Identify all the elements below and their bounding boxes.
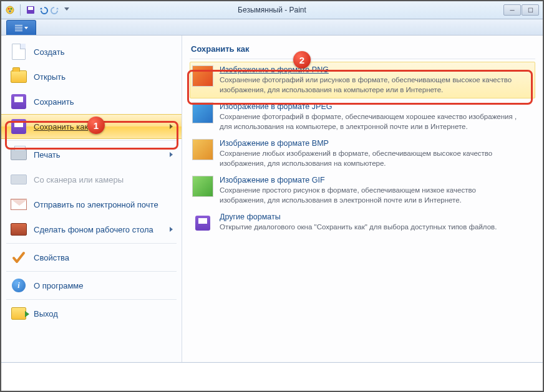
scanner-icon bbox=[10, 171, 27, 188]
menu-label: Выход bbox=[34, 309, 173, 318]
qat-redo-icon[interactable] bbox=[51, 5, 61, 15]
svg-point-0 bbox=[6, 6, 14, 14]
menu-open[interactable]: Открыть bbox=[1, 64, 182, 89]
save-as-icon bbox=[10, 118, 27, 135]
format-title: Изображение в формате GIF bbox=[220, 176, 519, 184]
menu-label: Сохранить bbox=[34, 97, 173, 107]
menu-label: Создать bbox=[34, 47, 173, 57]
gif-icon bbox=[192, 176, 213, 197]
format-desc: Сохранение любых изображений в формате, … bbox=[220, 149, 519, 168]
menu-properties[interactable]: Свойства bbox=[1, 245, 182, 270]
svg-point-2 bbox=[11, 8, 12, 10]
format-bmp[interactable]: Изображение в формате BMP Сохранение люб… bbox=[190, 135, 535, 172]
menu-print[interactable]: Печать bbox=[1, 142, 182, 167]
menu-label: Сделать фоном рабочего стола bbox=[34, 225, 170, 234]
other-formats-icon bbox=[192, 213, 213, 234]
format-other[interactable]: Другие форматы Открытие диалогового окна… bbox=[190, 209, 535, 237]
separator bbox=[6, 243, 177, 244]
file-menu-icon bbox=[15, 25, 22, 31]
png-icon bbox=[192, 65, 213, 87]
jpeg-icon bbox=[192, 102, 213, 123]
format-title: Изображение в формате JPEG bbox=[220, 102, 519, 111]
qat-save-icon[interactable] bbox=[26, 5, 36, 15]
chevron-down-icon bbox=[24, 27, 28, 29]
menu-about[interactable]: i О программе bbox=[1, 273, 182, 298]
annotation-badge-1: 1 bbox=[87, 117, 105, 134]
window-title: Безымянный - Paint bbox=[238, 6, 306, 14]
title-bar: Безымянный - Paint ─ ☐ bbox=[1, 1, 543, 19]
format-title: Другие форматы bbox=[220, 213, 497, 221]
format-jpeg[interactable]: Изображение в формате JPEG Сохранение фо… bbox=[190, 98, 535, 135]
menu-exit[interactable]: Выход bbox=[1, 301, 182, 326]
file-tab[interactable] bbox=[6, 20, 36, 35]
menu-send-email[interactable]: Отправить по электронной почте bbox=[1, 192, 182, 217]
file-menu: Создать Открыть Сохранить Сохранить как … bbox=[1, 36, 543, 363]
separator bbox=[6, 299, 177, 300]
format-title: Изображение в формате PNG bbox=[220, 65, 519, 74]
desktop-bg-icon bbox=[10, 221, 27, 238]
minimize-button[interactable]: ─ bbox=[503, 4, 521, 16]
format-png[interactable]: Изображение в формате PNG Сохранение фот… bbox=[190, 62, 535, 98]
submenu-arrow-icon bbox=[170, 227, 173, 232]
separator bbox=[6, 271, 177, 272]
ribbon-strip bbox=[1, 19, 543, 36]
submenu-header: Сохранить как bbox=[190, 42, 535, 59]
menu-label: Отправить по электронной почте bbox=[34, 200, 173, 209]
svg-point-3 bbox=[9, 11, 11, 12]
svg-point-1 bbox=[8, 8, 10, 10]
submenu-arrow-icon bbox=[170, 124, 173, 129]
maximize-button[interactable]: ☐ bbox=[522, 4, 539, 16]
info-icon: i bbox=[10, 277, 27, 294]
app-icon bbox=[5, 5, 15, 15]
menu-label: О программе bbox=[34, 281, 173, 290]
open-icon bbox=[10, 68, 27, 85]
menu-label: Открыть bbox=[34, 72, 173, 82]
separator bbox=[6, 140, 177, 141]
format-desc: Сохранение простого рисунок в формате, о… bbox=[220, 186, 519, 205]
save-as-submenu: Сохранить как Изображение в формате PNG … bbox=[182, 36, 543, 362]
menu-set-desktop-bg[interactable]: Сделать фоном рабочего стола bbox=[1, 217, 182, 242]
format-desc: Сохранение фотографий или рисунков в фор… bbox=[220, 75, 519, 95]
new-icon bbox=[10, 43, 27, 60]
format-desc: Открытие диалогового окна "Сохранить как… bbox=[220, 222, 497, 232]
bmp-icon bbox=[192, 139, 213, 160]
qat-undo-icon[interactable] bbox=[38, 5, 48, 15]
qat-customize-dropdown[interactable] bbox=[64, 7, 69, 12]
separator bbox=[20, 4, 21, 16]
format-title: Изображение в формате BMP bbox=[220, 139, 519, 148]
menu-new[interactable]: Создать bbox=[1, 39, 182, 64]
email-icon bbox=[10, 196, 27, 213]
menu-label: Со сканера или камеры bbox=[34, 175, 173, 184]
format-desc: Сохранение фотографий в формате, обеспеч… bbox=[220, 112, 519, 131]
menu-from-scanner: Со сканера или камеры bbox=[1, 167, 182, 192]
format-gif[interactable]: Изображение в формате GIF Сохранение про… bbox=[190, 172, 535, 209]
svg-rect-5 bbox=[28, 7, 33, 10]
menu-label: Печать bbox=[34, 150, 170, 160]
quick-access-toolbar bbox=[5, 4, 69, 16]
menu-save[interactable]: Сохранить bbox=[1, 89, 182, 114]
properties-icon bbox=[10, 249, 27, 266]
save-icon bbox=[10, 93, 27, 110]
annotation-badge-2: 2 bbox=[293, 51, 311, 69]
menu-label: Свойства bbox=[34, 253, 173, 262]
print-icon bbox=[10, 146, 27, 163]
file-menu-left: Создать Открыть Сохранить Сохранить как … bbox=[1, 36, 182, 362]
separator bbox=[190, 59, 535, 59]
submenu-arrow-icon bbox=[170, 152, 173, 157]
exit-icon bbox=[10, 305, 27, 322]
paint-window: Безымянный - Paint ─ ☐ Создать Открыть С… bbox=[0, 0, 544, 392]
